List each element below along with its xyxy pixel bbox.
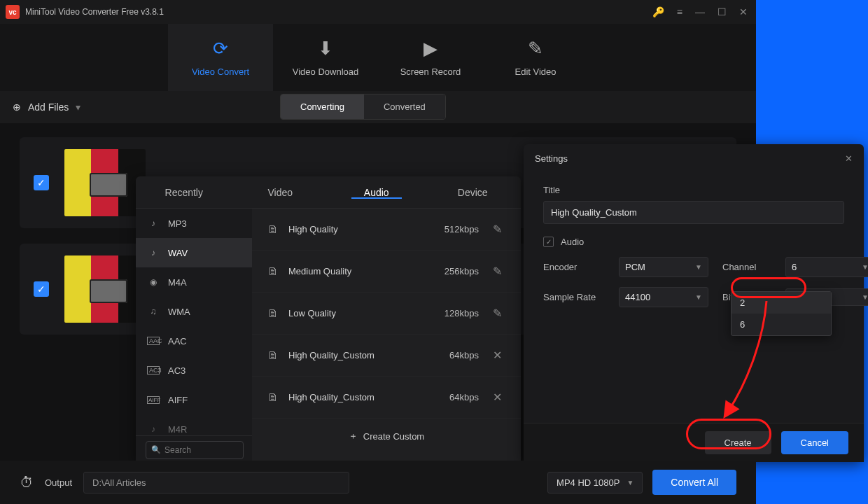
tab-edit-video[interactable]: ✎ Edit Video [483,24,588,91]
create-custom-label: Create Custom [363,431,424,442]
minimize-icon[interactable]: — [695,6,705,18]
key-icon[interactable]: 🔑 [652,6,664,18]
fmttab-device[interactable]: Device [425,187,522,198]
tab-video-download[interactable]: ⬇ Video Download [273,24,378,91]
preset-low[interactable]: 🗎 Low Quality 128kbps ✎ [252,293,521,335]
convert-icon: ⟳ [213,38,228,59]
format-label: AC3 [168,365,186,376]
menu-icon[interactable]: ≡ [677,6,682,18]
add-files-label: Add Files [28,102,69,113]
subtab-converted[interactable]: Converted [364,94,445,119]
channel-label: Channel [722,262,771,272]
chevron-down-icon: ▾ [76,102,80,113]
format-aac[interactable]: AACAAC [136,326,252,356]
samplerate-select[interactable]: 44100▼ [619,287,708,307]
output-path[interactable]: D:\All Articles [83,472,349,493]
create-button[interactable]: Create [705,431,771,454]
preset-name: High Quality_Custom [288,392,419,402]
format-mp3[interactable]: ♪MP3 [136,209,252,238]
maximize-icon[interactable]: ☐ [718,6,727,18]
close-icon[interactable]: ✕ [489,349,505,362]
note-icon: ♪ [147,218,160,228]
fmttab-video[interactable]: Video [232,187,329,198]
tab-label: Edit Video [514,66,556,77]
output-label: Output [45,477,72,488]
bottom-bar: ⏱ Output D:\All Articles MP4 HD 1080P ▼ … [0,461,756,504]
fmttab-audio[interactable]: Audio [328,187,425,198]
edit-icon[interactable]: ✎ [489,307,505,320]
format-wma[interactable]: ♫WMA [136,297,252,326]
edit-icon: ✎ [528,38,543,59]
channel-select[interactable]: 6▼ [785,257,868,277]
audio-checkbox[interactable]: ✓ [543,237,554,247]
app-window: vc MiniTool Video Converter Free v3.8.1 … [0,0,756,504]
preset-name: High Quality [288,224,419,234]
format-list[interactable]: ♪MP3 ♪WAV ◉M4A ♫WMA AACAAC AC3AC3 AIFFAI… [136,209,252,463]
close-icon[interactable]: ✕ [845,153,853,164]
preset-medium[interactable]: 🗎 Medium Quality 256kbps ✎ [252,251,521,293]
target-format-select[interactable]: MP4 HD 1080P ▼ [547,472,643,493]
settings-body: Title ✓ Audio Encoder PCM▼ Channel 6▼ Sa… [524,172,864,423]
chevron-down-icon: ▼ [695,263,702,271]
format-tabs: Recently Video Audio Device [136,176,521,209]
edit-icon[interactable]: ✎ [489,223,505,236]
dropdown-option-6[interactable]: 6 [732,314,831,335]
main-tabs: ⟳ Video Convert ⬇ Video Download ▶ Scree… [0,24,756,91]
cancel-button[interactable]: Cancel [781,431,848,454]
aiff-icon: AIFF [147,396,160,404]
add-files-button[interactable]: ⊕ Add Files ▾ [13,102,80,113]
encoder-select[interactable]: PCM▼ [619,257,708,277]
channel-value: 6 [792,262,797,272]
dropdown-option-2[interactable]: 2 [732,292,831,314]
subtab-converting[interactable]: Converting [281,94,364,119]
preset-name: Low Quality [288,308,419,318]
file-icon: 🗎 [267,223,279,236]
format-wav[interactable]: ♪WAV [136,238,252,267]
file-icon: 🗎 [267,307,279,320]
preset-bitrate: 256kbps [428,266,479,276]
tab-video-convert[interactable]: ⟳ Video Convert [168,24,273,91]
app-title: MiniTool Video Converter Free v3.8.1 [25,7,164,17]
search-row: 🔍 [136,435,252,463]
format-m4a[interactable]: ◉M4A [136,267,252,297]
samplerate-value: 44100 [625,292,650,302]
search-icon: 🔍 [151,445,161,454]
close-icon[interactable]: ✕ [489,391,505,404]
bitrate-dropdown: 2 6 [731,291,832,336]
file-icon: 🗎 [267,265,279,278]
close-icon[interactable]: ✕ [739,6,748,18]
format-body: ♪MP3 ♪WAV ◉M4A ♫WMA AACAAC AC3AC3 AIFFAI… [136,209,521,463]
clock-icon[interactable]: ⏱ [20,475,34,491]
create-custom-button[interactable]: ＋ Create Custom [252,419,521,454]
format-label: WAV [168,248,188,258]
item-thumbnail [64,149,146,216]
file-icon: 🗎 [267,349,279,362]
format-panel: Recently Video Audio Device ♪MP3 ♪WAV ◉M… [136,176,521,463]
item-checkbox[interactable]: ✓ [34,175,49,190]
record-icon: ▶ [424,38,438,59]
aac-icon: AAC [147,337,160,345]
format-aiff[interactable]: AIFFAIFF [136,385,252,414]
format-label: AIFF [168,395,188,405]
audio-section: ✓ Audio [543,237,844,247]
fmttab-recently[interactable]: Recently [136,187,232,198]
format-label: MP3 [168,218,187,229]
convert-all-button[interactable]: Convert All [652,470,736,495]
encoder-value: PCM [625,262,645,272]
edit-icon[interactable]: ✎ [489,265,505,278]
preset-list: 🗎 High Quality 512kbps ✎ 🗎 Medium Qualit… [252,209,521,463]
format-ac3[interactable]: AC3AC3 [136,356,252,385]
preset-custom-2[interactable]: 🗎 High Quality_Custom 64kbps ✕ [252,377,521,419]
audio-label: Audio [561,237,584,247]
tab-screen-record[interactable]: ▶ Screen Record [378,24,483,91]
preset-high[interactable]: 🗎 High Quality 512kbps ✎ [252,209,521,251]
format-label: AAC [168,336,187,346]
plus-icon: ＋ [349,430,358,442]
format-label: M4A [168,277,187,288]
app-logo: vc [6,5,20,19]
preset-custom-1[interactable]: 🗎 High Quality_Custom 64kbps ✕ [252,335,521,377]
title-input[interactable] [543,201,844,224]
titlebar: vc MiniTool Video Converter Free v3.8.1 … [0,0,756,24]
tab-label: Screen Record [400,66,461,77]
item-checkbox[interactable]: ✓ [34,281,49,297]
